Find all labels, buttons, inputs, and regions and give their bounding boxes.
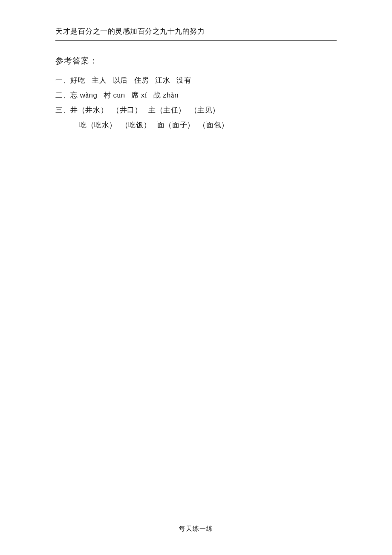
s2-py-2-pre: x — [141, 91, 145, 99]
s1-item-2: 以后 — [113, 76, 128, 84]
s2-ch-3: 战 — [153, 91, 161, 99]
s2-ch-2: 席 — [131, 91, 139, 99]
s2-py-1-acc: ū — [117, 91, 121, 99]
s3-r1-w0a: 井水 — [85, 106, 100, 114]
s1-item-1: 主人 — [92, 76, 107, 84]
s1-item-5: 没有 — [176, 76, 191, 84]
section2-label: 二、 — [55, 91, 70, 99]
s2-py-1-pre: c — [113, 91, 117, 99]
section1-label: 一、 — [55, 76, 70, 84]
s2-ch-1: 村 — [104, 91, 111, 99]
section3-label: 三、 — [55, 106, 70, 114]
answers-heading: 参考答案： — [55, 55, 337, 66]
s3-r2-w1a: 面子 — [172, 121, 187, 129]
s2-py-0-post: ng — [89, 91, 98, 99]
header-motto: 天才是百分之一的灵感加百分之九十九的努力 — [55, 26, 337, 41]
s2-py-2-acc: í — [145, 91, 147, 99]
s3-r1-h1: 主 — [148, 106, 156, 114]
section-3-row2: 吃（吃水） （吃饭） 面（面子） （面包） — [55, 118, 337, 133]
s1-item-0: 好吃 — [70, 76, 85, 84]
s3-r1-w1a: 主任 — [163, 106, 178, 114]
section-2-line: 二、忘 wàng 村 cūn 席 xí 战 zhàn — [55, 88, 337, 103]
s3-r1-w0b: 井口 — [120, 106, 135, 114]
s3-r2-w1b: 面包 — [206, 121, 221, 129]
s3-r2-w0a: 吃水 — [94, 121, 109, 129]
section-1-line: 一、好吃 主人 以后 住房 江水 没有 — [55, 73, 337, 88]
s2-py-3-post: n — [174, 91, 179, 99]
s2-py-0-pre: w — [80, 91, 86, 99]
s2-py-3-acc: à — [171, 91, 174, 99]
s2-py-3-pre: zh — [163, 91, 171, 99]
document-page: 天才是百分之一的灵感加百分之九十九的努力 参考答案： 一、好吃 主人 以后 住房… — [0, 0, 392, 132]
s3-r2-h0: 吃 — [79, 121, 87, 129]
s3-r1-w1b: 主见 — [197, 106, 212, 114]
s2-ch-0: 忘 — [70, 91, 78, 99]
s3-r2-h1: 面 — [157, 121, 165, 129]
footer-text: 每天练一练 — [0, 525, 392, 533]
s3-r1-h0: 井 — [70, 106, 78, 114]
s1-item-4: 江水 — [155, 76, 170, 84]
section-3-row1: 三、井（井水） （井口） 主（主任） （主见） — [55, 103, 337, 118]
s2-py-1-post: n — [121, 91, 125, 99]
s1-item-3: 住房 — [134, 76, 149, 84]
s3-r2-w0b: 吃饭 — [128, 121, 143, 129]
s2-py-0-acc: à — [85, 91, 89, 99]
